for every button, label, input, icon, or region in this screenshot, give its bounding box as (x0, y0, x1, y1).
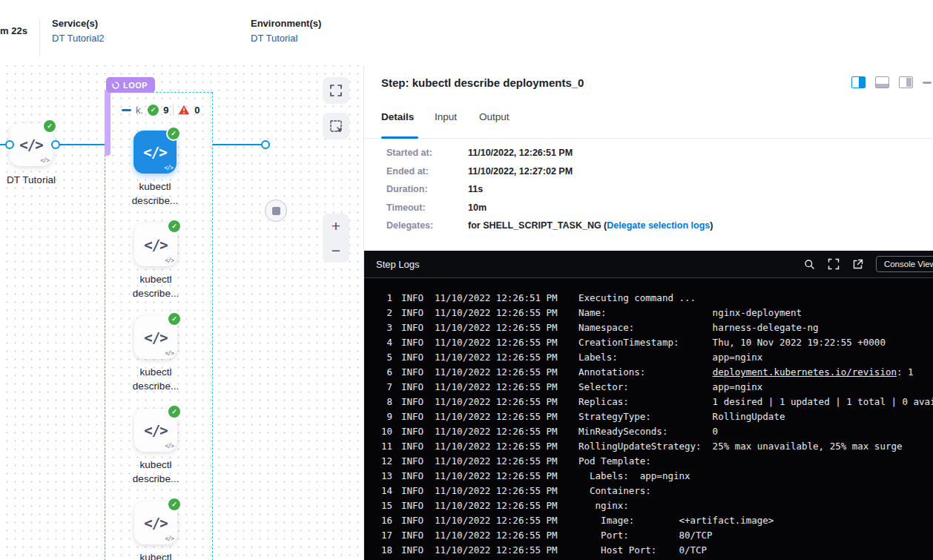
step-node-4[interactable]: </> </> ✓ (134, 409, 177, 452)
stage-header: k. ✓ 9 0 (122, 102, 200, 117)
connector-line (212, 144, 265, 145)
code-icon: </> (143, 144, 166, 160)
log-line: 9INFO11/10/2022 12:26:55 PMStrategyType:… (364, 409, 933, 424)
shell-script-mini-icon: </> (165, 257, 174, 264)
shell-script-mini-icon: </> (41, 157, 49, 164)
shell-script-mini-icon: </> (165, 165, 173, 171)
step-node-3[interactable]: </> </> ✓ (134, 316, 177, 359)
detail-tabs: Details Input Output (364, 104, 933, 139)
detail-label: Started at: (386, 148, 468, 158)
detail-row: Delegates: for SHELL_SCRIPT_TASK_NG (Del… (386, 221, 919, 231)
end-node[interactable] (265, 200, 287, 222)
detail-row: Ended at: 11/10/2022, 12:27:02 PM (386, 167, 919, 177)
service-link[interactable]: DT Tutorial2 (52, 33, 105, 44)
success-badge-icon: ✓ (167, 312, 182, 326)
code-icon: </> (19, 136, 42, 153)
stage-header-divider (173, 104, 174, 116)
external-link-icon[interactable] (852, 259, 863, 270)
collapse-panel-button[interactable] (923, 82, 932, 84)
check-icon: ✓ (148, 105, 159, 116)
node-label: kubectl describe... (108, 365, 204, 393)
code-icon: </> (144, 515, 167, 531)
stop-icon (272, 207, 280, 215)
log-line: 17INFO11/10/2022 12:26:55 PM Port: 80/TC… (364, 528, 933, 543)
log-line: 3INFO11/10/2022 12:26:55 PMNamespace: ha… (364, 320, 933, 335)
search-icon[interactable] (804, 259, 815, 270)
detail-value: 11s (468, 185, 483, 194)
node-label: kubectl describe... (108, 458, 204, 486)
success-badge-icon: ✓ (167, 497, 182, 512)
detail-row: Timeout: 10m (386, 203, 919, 213)
log-line: 4INFO11/10/2022 12:26:55 PMCreationTimes… (364, 335, 933, 350)
shell-script-mini-icon: </> (165, 350, 174, 357)
pipeline-canvas[interactable]: LOOP k. ✓ 9 0 </> </> ✓ DT Tutorial </> … (0, 65, 363, 560)
detail-value: 11/10/2022, 12:27:02 PM (468, 167, 573, 177)
success-badge-icon: ✓ (167, 219, 182, 234)
step-logs-header: Step Logs Console View (364, 251, 933, 278)
detail-row: Started at: 11/10/2022, 12:26:51 PM (386, 148, 919, 158)
step-logs-title: Step Logs (376, 259, 420, 270)
log-line: 5INFO11/10/2022 12:26:55 PMLabels: app=n… (364, 350, 933, 365)
node-label: kubectl describe... (107, 179, 203, 208)
detail-label: Ended at: (386, 167, 468, 177)
panel-layout-controls (851, 76, 933, 88)
log-link[interactable]: deployment.kubernetes.io/revision (713, 366, 897, 378)
fail-count: 0 (194, 105, 200, 116)
log-line: 15INFO11/10/2022 12:26:55 PM nginx: (364, 498, 933, 513)
port (5, 140, 14, 149)
connector-line (57, 144, 105, 145)
port (261, 140, 270, 149)
layout-right-button[interactable] (899, 76, 913, 88)
node-label: kubectl describe... (108, 550, 204, 560)
stage-collapse-button[interactable] (122, 109, 131, 111)
fullscreen-button[interactable] (323, 77, 349, 104)
detail-value: 10m (468, 203, 487, 213)
log-line: 7INFO11/10/2022 12:26:55 PMSelector: app… (364, 380, 933, 395)
success-badge-icon: ✓ (42, 119, 57, 134)
code-icon: </> (144, 329, 167, 346)
loop-badge-label: LOOP (123, 81, 148, 90)
execution-topbar: m 22s Service(s) DT Tutorial2 Environmen… (0, 0, 933, 65)
step-details-panel: Step: kubectl describe deployments_0 Det… (363, 65, 933, 560)
step-node-2[interactable]: </> </> ✓ (134, 223, 177, 266)
step-node-1[interactable]: </> </> ✓ (133, 131, 177, 174)
layout-bottom-button[interactable] (875, 76, 889, 88)
execution-elapsed-time: m 22s (0, 25, 27, 36)
shell-script-mini-icon: </> (165, 443, 174, 449)
marquee-select-button[interactable] (323, 113, 349, 139)
active-tab-underline (381, 136, 418, 139)
log-lines[interactable]: 1INFO11/10/2022 12:26:51 PMExecuting com… (364, 278, 933, 558)
zoom-out-button[interactable]: − (323, 238, 349, 263)
step-title: Step: kubectl describe deployments_0 (381, 76, 584, 89)
log-line: 11INFO11/10/2022 12:26:55 PMRollingUpdat… (364, 439, 933, 454)
step-node-5[interactable]: </> </> ✓ (134, 501, 177, 544)
log-line: 18INFO11/10/2022 12:26:55 PM Host Port: … (364, 543, 933, 558)
environment-link[interactable]: DT Tutorial (251, 33, 321, 44)
layout-split-button[interactable] (851, 76, 866, 88)
zoom-in-button[interactable]: + (323, 214, 349, 238)
code-icon: </> (144, 237, 167, 253)
delegate-selection-logs-link[interactable]: Delegate selection logs (607, 220, 710, 231)
services-block: Service(s) DT Tutorial2 (52, 18, 105, 44)
start-node[interactable]: </> </> ✓ (10, 123, 53, 166)
step-logs-section: Step Logs Console View 1INFO11/10/2022 1… (364, 251, 933, 560)
console-view-button[interactable]: Console View (876, 256, 933, 272)
topbar-divider (39, 19, 40, 56)
loop-badge[interactable]: LOOP (106, 77, 155, 93)
detail-value: 11/10/2022, 12:26:51 PM (468, 148, 573, 158)
environments-block: Environment(s) DT Tutorial (251, 18, 321, 44)
tab-output[interactable]: Output (479, 111, 510, 122)
loop-bar (105, 90, 111, 156)
zoom-controls: + − (323, 214, 349, 263)
fullscreen-icon[interactable] (828, 258, 840, 270)
detail-value: for SHELL_SCRIPT_TASK_NG (Delegate selec… (468, 221, 713, 231)
tab-details[interactable]: Details (381, 111, 414, 122)
log-line: 10INFO11/10/2022 12:26:55 PMMinReadySeco… (364, 424, 933, 439)
tab-input[interactable]: Input (435, 111, 457, 122)
detail-label: Delegates: (386, 221, 468, 231)
code-icon: </> (144, 422, 167, 438)
stage-name: k. (136, 105, 143, 116)
warning-icon (178, 105, 190, 115)
services-label: Service(s) (52, 18, 105, 29)
detail-label: Duration: (386, 185, 468, 194)
